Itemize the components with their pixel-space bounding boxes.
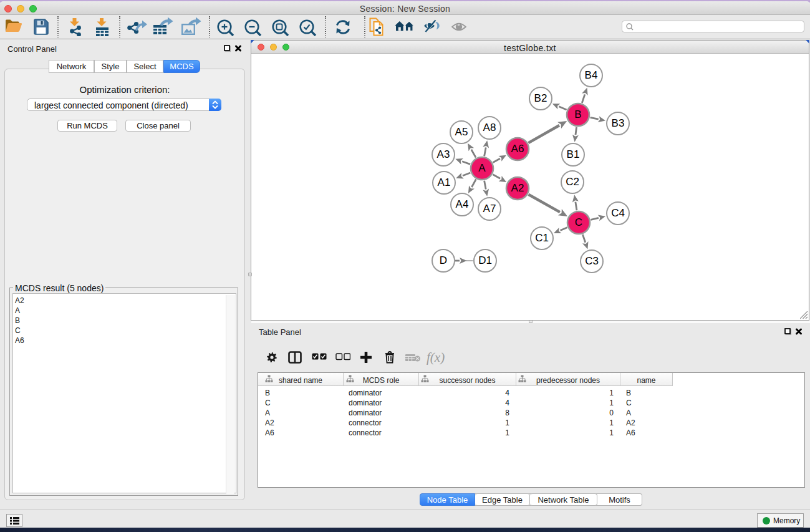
svg-text:B2: B2 (534, 92, 547, 104)
svg-text:C3: C3 (585, 255, 599, 267)
svg-text:A3: A3 (437, 148, 450, 160)
svg-text:A: A (478, 162, 486, 174)
svg-text:C2: C2 (566, 176, 579, 188)
svg-text:B1: B1 (567, 148, 580, 160)
svg-text:A1: A1 (438, 177, 451, 188)
svg-text:B4: B4 (585, 69, 598, 81)
svg-text:B3: B3 (612, 117, 625, 129)
svg-text:A8: A8 (483, 122, 496, 133)
svg-text:C: C (575, 216, 582, 228)
svg-text:C4: C4 (611, 207, 625, 219)
svg-text:A6: A6 (511, 143, 524, 155)
svg-text:C1: C1 (535, 232, 549, 244)
svg-text:A5: A5 (455, 126, 468, 138)
svg-text:A2: A2 (511, 182, 524, 194)
svg-text:D1: D1 (478, 254, 492, 266)
svg-text:A7: A7 (483, 203, 496, 215)
svg-text:A4: A4 (456, 198, 469, 210)
svg-text:D: D (440, 254, 447, 266)
svg-text:B: B (574, 109, 581, 120)
